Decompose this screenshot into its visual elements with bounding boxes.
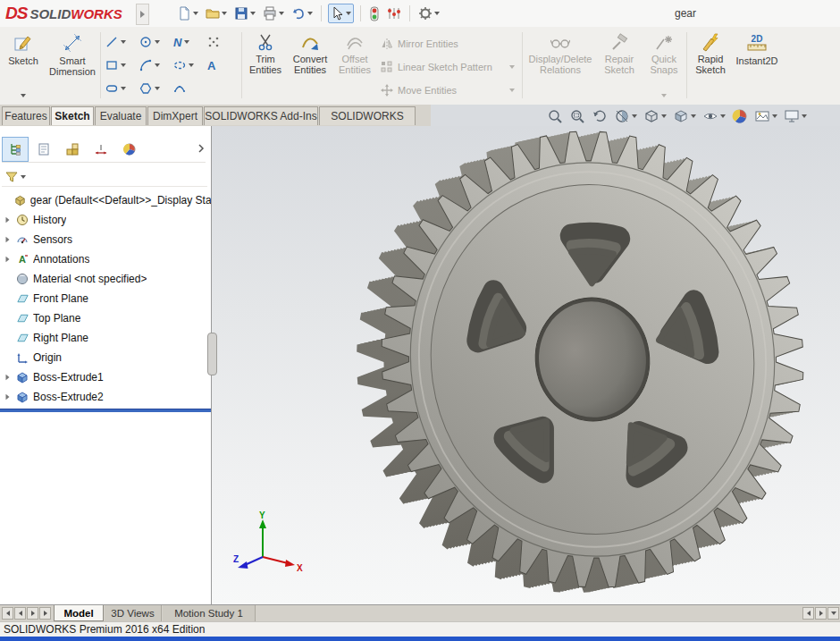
view-orientation-caret-icon[interactable] <box>661 114 667 118</box>
graphics-viewport[interactable]: Y X Z <box>212 126 840 604</box>
abacus-button[interactable] <box>385 4 403 22</box>
rebuild-button[interactable] <box>367 4 382 23</box>
select-caret-icon[interactable] <box>346 12 351 15</box>
spline-tool-button[interactable]: N <box>173 32 204 52</box>
expand-arrow-icon[interactable] <box>5 394 9 400</box>
polygon-tool-button[interactable] <box>139 79 170 98</box>
expand-arrow-icon[interactable] <box>5 237 9 242</box>
propertymanager-tab[interactable] <box>30 137 57 162</box>
zoom-to-fit-button[interactable] <box>547 108 563 124</box>
doc-tab-3d-views[interactable]: 3D Views <box>105 605 162 621</box>
convert-entities-button[interactable]: Convert Entities <box>288 30 332 100</box>
display-style-button[interactable] <box>673 108 696 124</box>
tab-features[interactable]: Features <box>2 106 50 125</box>
tab-dimxpert[interactable]: DimXpert <box>147 106 203 125</box>
logo-flyout-arrow[interactable] <box>136 4 149 25</box>
doc-tab-model[interactable]: Model <box>54 605 104 621</box>
panel-splitter-handle[interactable] <box>207 333 217 375</box>
offset-entities-button[interactable]: Offset Entities <box>334 30 375 100</box>
doc-tab-motion-study-1[interactable]: Motion Study 1 <box>163 605 256 621</box>
first-tab-button[interactable] <box>2 607 13 620</box>
hide-show-caret-icon[interactable] <box>720 114 726 118</box>
view-orientation-button[interactable] <box>643 108 667 124</box>
move-caret-icon[interactable] <box>509 89 515 92</box>
tab-list-button[interactable] <box>827 607 839 620</box>
rectangle-caret-icon[interactable] <box>121 63 126 67</box>
options-button[interactable] <box>416 4 441 22</box>
featuremanager-tab[interactable] <box>2 137 29 162</box>
display-delete-relations-button[interactable]: Display/Delete Relations <box>525 30 595 100</box>
expand-arrow-icon[interactable] <box>5 257 9 262</box>
expand-arrow-icon[interactable] <box>5 217 9 223</box>
instant2d-button[interactable]: 2D Instant2D <box>733 30 781 100</box>
rollback-bar[interactable] <box>0 409 211 412</box>
spline-caret-icon[interactable] <box>184 40 189 44</box>
view-settings-button[interactable] <box>784 108 807 124</box>
ellipse-caret-icon[interactable] <box>189 63 194 67</box>
section-view-caret-icon[interactable] <box>632 114 637 118</box>
tree-item-top-plane[interactable]: Top Plane <box>0 308 211 328</box>
scroll-left-button[interactable] <box>802 607 814 620</box>
section-view-button[interactable] <box>614 108 637 124</box>
line-tool-button[interactable] <box>105 32 136 52</box>
circle-tool-button[interactable] <box>139 32 170 52</box>
open-button[interactable] <box>204 4 229 22</box>
move-entities-button[interactable]: Move Entities <box>381 80 515 100</box>
hide-show-items-button[interactable] <box>702 108 726 124</box>
open-caret-icon[interactable] <box>222 12 227 15</box>
smart-dimension-button[interactable]: Smart Dimension <box>46 30 98 100</box>
scroll-right-button[interactable] <box>815 607 827 620</box>
rapid-sketch-button[interactable]: Rapid Sketch <box>690 30 731 100</box>
apply-scene-button[interactable] <box>754 108 777 124</box>
tree-item-material[interactable]: Material <not specified> <box>0 269 211 289</box>
edit-appearance-button[interactable] <box>732 108 748 124</box>
previous-view-button[interactable] <box>592 108 608 124</box>
line-caret-icon[interactable] <box>121 40 126 44</box>
tree-filter-bar[interactable] <box>2 167 207 187</box>
tree-item-right-plane[interactable]: Right Plane <box>0 328 211 348</box>
select-tool-button[interactable] <box>328 4 354 23</box>
apply-scene-caret-icon[interactable] <box>772 114 777 118</box>
save-button[interactable] <box>232 4 257 22</box>
tab-solidworks-addins[interactable]: SOLIDWORKS Add-Ins <box>204 106 318 125</box>
tree-item-front-plane[interactable]: Front Plane <box>0 289 211 308</box>
tab-sketch[interactable]: Sketch <box>51 106 94 125</box>
arc-tool-button[interactable] <box>139 55 170 75</box>
display-style-caret-icon[interactable] <box>691 114 696 118</box>
three-point-arc-button[interactable] <box>173 79 204 98</box>
text-tool-button[interactable]: A <box>207 55 238 75</box>
point-tool-button[interactable] <box>207 32 238 52</box>
displaymanager-tab[interactable] <box>116 137 143 162</box>
save-caret-icon[interactable] <box>250 12 256 15</box>
quick-snaps-button[interactable]: Quick Snaps <box>643 30 685 100</box>
tree-item-boss-extrude2[interactable]: Boss-Extrude2 <box>0 387 211 407</box>
sketch-button[interactable]: Sketch <box>2 30 45 100</box>
tree-item-history[interactable]: History <box>0 210 211 230</box>
last-tab-button[interactable] <box>39 607 51 620</box>
undo-caret-icon[interactable] <box>307 12 313 15</box>
prev-tab-button[interactable] <box>14 607 26 620</box>
tree-item-boss-extrude1[interactable]: Boss-Extrude1 <box>0 367 211 387</box>
new-document-caret-icon[interactable] <box>193 12 198 15</box>
configurationmanager-tab[interactable] <box>59 137 86 162</box>
tree-item-annotations[interactable]: A Annotations <box>0 249 211 269</box>
rectangle-tool-button[interactable] <box>105 55 136 75</box>
mirror-entities-button[interactable]: Mirror Entities <box>381 34 515 54</box>
slot-tool-button[interactable] <box>105 79 136 98</box>
circle-caret-icon[interactable] <box>155 40 160 44</box>
view-settings-caret-icon[interactable] <box>802 114 807 118</box>
tab-evaluate[interactable]: Evaluate <box>95 106 147 125</box>
tab-solidworks-mbd[interactable]: SOLIDWORKS MBD <box>319 106 416 125</box>
arc-caret-icon[interactable] <box>155 63 160 67</box>
expand-arrow-icon[interactable] <box>5 375 9 380</box>
quick-snaps-caret-icon[interactable] <box>661 94 667 97</box>
sketch-caret-icon[interactable] <box>21 94 26 97</box>
filter-caret-icon[interactable] <box>21 175 26 179</box>
print-button[interactable] <box>261 4 286 22</box>
trim-entities-button[interactable]: Trim Entities <box>245 30 286 100</box>
print-caret-icon[interactable] <box>279 12 284 15</box>
tree-item-origin[interactable]: Origin <box>0 348 211 367</box>
gear-model[interactable] <box>212 126 840 604</box>
panel-expand-chevron[interactable] <box>195 140 207 156</box>
tree-item-sensors[interactable]: Sensors <box>0 230 211 249</box>
